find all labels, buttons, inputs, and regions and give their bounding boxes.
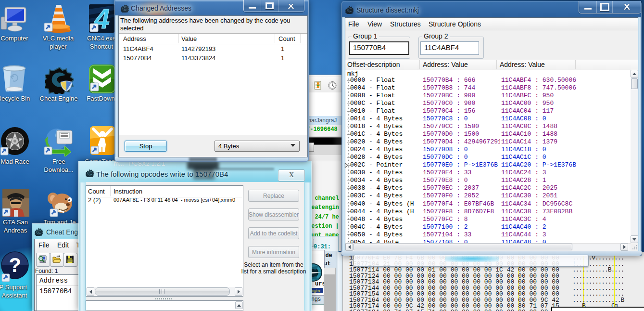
svg-text:?: ? <box>9 254 21 276</box>
